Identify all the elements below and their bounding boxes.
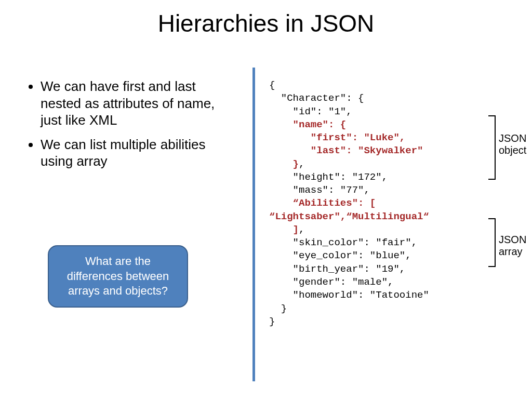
label-json-array: JSONarray — [499, 234, 526, 258]
slide-title: Hierarchies in JSON — [0, 9, 532, 37]
bullet-item: We can list multiple abilities using arr… — [41, 136, 234, 170]
vertical-divider — [252, 68, 255, 381]
bullet-list: We can have first and last nested as att… — [26, 78, 234, 170]
brace-array-icon — [488, 218, 496, 267]
brace-object-icon — [488, 115, 496, 180]
json-code-block: { "Character": { "id": "1", "name": { "f… — [269, 79, 429, 328]
bullet-item: We can have first and last nested as att… — [41, 78, 234, 129]
question-callout: What are the differences between arrays … — [48, 245, 188, 308]
label-json-object: JSONobject — [499, 132, 526, 156]
left-column: We can have first and last nested as att… — [26, 78, 234, 177]
